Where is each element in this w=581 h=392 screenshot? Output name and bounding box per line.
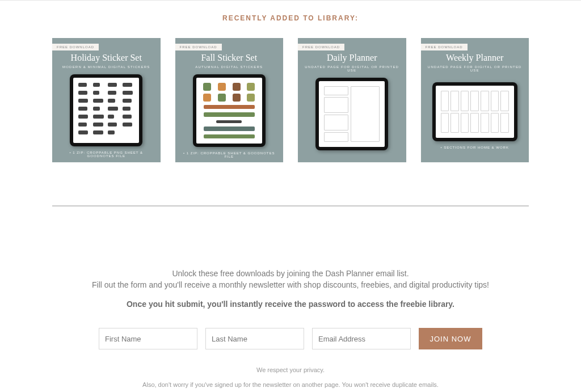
washi-tape [204, 134, 255, 138]
vine-icon [218, 94, 226, 102]
free-download-badge: FREE DOWNLOAD [298, 44, 344, 50]
section-title: RECENTLY ADDED TO LIBRARY: [52, 14, 529, 22]
cta-strong-text: Once you hit submit, you'll instantly re… [52, 300, 529, 309]
ghost-icon [247, 83, 255, 91]
tablet-mockup [315, 78, 388, 150]
last-name-input[interactable] [205, 328, 304, 349]
privacy-note: We respect your privacy. [52, 366, 529, 373]
tablet-mockup [193, 74, 266, 147]
tablet-screen [73, 78, 139, 143]
card-title: Fall Sticker Set [201, 53, 257, 63]
first-name-input[interactable] [99, 328, 197, 349]
cta-text-line-1: Unlock these free downloads by joining t… [52, 269, 529, 278]
card-footer: • 1 ZIP: CROPPABLE SHEET & GOODNOTES FIL… [181, 151, 278, 158]
email-input[interactable] [312, 328, 411, 349]
script-word [216, 120, 242, 124]
card-title: Holiday Sticker Set [71, 53, 142, 63]
pumpkin-icon [203, 94, 211, 102]
card-daily-planner[interactable]: FREE DOWNLOAD Daily Planner UNDATED PAGE… [298, 38, 406, 162]
acorn-icon [233, 94, 241, 102]
cta-section: Unlock these free downloads by joining t… [52, 269, 529, 388]
join-now-button[interactable]: JOIN NOW [419, 328, 482, 349]
washi-tape [204, 105, 255, 109]
card-title: Weekly Planner [446, 53, 503, 63]
broom-icon [233, 83, 241, 91]
tablet-screen [196, 78, 262, 144]
section-divider [52, 205, 529, 206]
free-download-badge: FREE DOWNLOAD [52, 44, 99, 50]
cta-text-line-2: Fill out the form and you'll receive a m… [52, 280, 529, 289]
free-download-badge: FREE DOWNLOAD [421, 44, 468, 50]
card-subtitle: UNDATED PAGE FOR DIGITAL OR PRINTED USE [427, 65, 524, 72]
tablet-mockup [70, 74, 142, 146]
tablet-mockup [432, 82, 517, 141]
washi-tape [204, 112, 255, 116]
card-footer: • SECTIONS FOR HOME & WORK [441, 146, 509, 149]
card-subtitle: UNDATED PAGE FOR DIGITAL OR PRINTED USE [304, 65, 401, 72]
main-container: RECENTLY ADDED TO LIBRARY: FREE DOWNLOAD… [35, 1, 546, 392]
card-fall-sticker[interactable]: FREE DOWNLOAD Fall Sticker Set AUTUMNAL … [175, 38, 284, 162]
card-weekly-planner[interactable]: FREE DOWNLOAD Weekly Planner UNDATED PAG… [421, 38, 529, 162]
signup-form: JOIN NOW [52, 328, 529, 349]
tablet-screen [436, 86, 514, 138]
card-subtitle: AUTUMNAL DIGITAL STICKERS [195, 65, 263, 69]
card-holiday-sticker[interactable]: FREE DOWNLOAD Holiday Sticker Set MODERN… [52, 38, 161, 162]
duplicate-note: Also, don't worry if you've signed up fo… [52, 381, 529, 388]
card-title: Daily Planner [327, 53, 377, 63]
cards-row: FREE DOWNLOAD Holiday Sticker Set MODERN… [52, 38, 529, 162]
card-subtitle: MODERN & MINIMAL DIGITAL STICKERS [62, 65, 150, 69]
free-download-badge: FREE DOWNLOAD [175, 44, 222, 50]
pear-icon [247, 94, 255, 102]
tablet-screen [319, 81, 385, 147]
washi-tape [204, 127, 255, 130]
leaf-icon [203, 83, 211, 91]
pumpkin-icon [218, 83, 226, 91]
card-footer: • 1 ZIP: CROPPABLE PNG SHEET & GOODNOTES… [58, 151, 155, 158]
